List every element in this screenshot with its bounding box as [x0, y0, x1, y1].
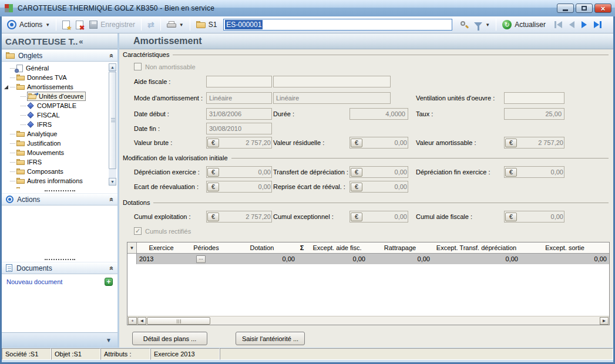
save-button[interactable]: Enregistrer: [86, 19, 138, 30]
nav-first-button[interactable]: [554, 21, 562, 28]
taux-field[interactable]: 25,00: [504, 108, 564, 120]
scrollbar-thumb[interactable]: [109, 72, 116, 169]
euro-button[interactable]: €: [351, 213, 362, 221]
valeur-brute-field[interactable]: €2 757,20: [206, 137, 272, 149]
nav-last-button[interactable]: [594, 21, 601, 28]
minimize-button[interactable]: [557, 4, 574, 13]
refresh-button[interactable]: ⇄: [144, 19, 157, 31]
delete-record-button[interactable]: ✖: [73, 19, 86, 31]
euro-button[interactable]: €: [207, 168, 219, 177]
aide-fiscale-field-2[interactable]: [273, 76, 391, 87]
tree-scrollbar[interactable]: ▲ ▼: [109, 63, 116, 186]
col-periodes[interactable]: Périodes: [186, 242, 227, 253]
panel-splitter[interactable]: [2, 188, 117, 193]
euro-button[interactable]: €: [351, 168, 362, 177]
depreciation-exercice-field[interactable]: €0,00: [206, 166, 272, 178]
sidebar-item-autres-informations[interactable]: Autres informations: [4, 176, 108, 186]
col-except-sortie[interactable]: Except. sortie: [520, 242, 609, 253]
transfert-depreciation-field[interactable]: €0,00: [349, 166, 408, 178]
sidebar-item-general[interactable]: Général: [4, 63, 108, 73]
sidebar-item-clipped[interactable]: [4, 186, 108, 188]
sidebar-item-unites-doeuvre[interactable]: ➜ Unités d'oeuvre: [4, 92, 108, 101]
onglets-panel-header[interactable]: Onglets »: [2, 49, 117, 62]
expanded-twisty-icon[interactable]: [4, 85, 8, 89]
ecart-reevaluation-field[interactable]: €0,00: [206, 181, 272, 193]
cumuls-rectifies-checkbox[interactable]: ✓: [134, 227, 142, 235]
new-document-link[interactable]: Nouveau document: [6, 278, 62, 285]
sidebar-item-donnees-tva[interactable]: Données TVA: [4, 73, 108, 82]
table-hscrollbar[interactable]: + ◄ ►: [127, 316, 609, 325]
euro-button[interactable]: €: [351, 183, 362, 191]
col-except-aide[interactable]: Except. aide fisc.: [307, 242, 368, 253]
euro-button[interactable]: €: [207, 183, 219, 191]
new-record-button[interactable]: ★: [59, 19, 73, 31]
sidebar-item-analytique[interactable]: Analytique: [4, 129, 108, 139]
ventilation-field[interactable]: [504, 92, 564, 104]
add-row-button[interactable]: +: [128, 317, 137, 325]
mode-amortissement-field-2[interactable]: Linéaire: [273, 92, 391, 104]
table-row[interactable]: 2013 ... 0,00 0,00 0,00 0,00 0,00: [127, 254, 609, 264]
col-exercice[interactable]: Exercice: [137, 242, 186, 253]
actions-menu-button[interactable]: Actions ▼: [4, 19, 53, 31]
nav-previous-button[interactable]: [569, 21, 574, 28]
euro-button[interactable]: €: [505, 139, 517, 147]
chevron-up-icon[interactable]: »: [107, 197, 116, 201]
add-document-button[interactable]: +: [105, 278, 113, 286]
table-dropdown-button[interactable]: ▼: [127, 242, 137, 253]
print-button[interactable]: ▼: [164, 20, 187, 29]
scroll-up-icon[interactable]: ▲: [109, 63, 116, 71]
close-button[interactable]: ×: [594, 4, 611, 13]
col-dotation[interactable]: Dotation: [227, 242, 297, 253]
depreciation-fin-field[interactable]: €0,00: [504, 166, 564, 178]
nav-next-button[interactable]: [582, 21, 587, 28]
actions-panel-header[interactable]: Actions »: [2, 193, 117, 205]
valeur-residuelle-field[interactable]: €0,00: [349, 137, 408, 149]
chevron-up-icon[interactable]: »: [107, 266, 116, 270]
date-debut-field[interactable]: 31/08/2006: [206, 108, 272, 120]
aide-fiscale-field-1[interactable]: [206, 76, 272, 87]
euro-button[interactable]: €: [505, 168, 517, 177]
panel-splitter[interactable]: [2, 257, 117, 262]
saisir-anteriorite-button[interactable]: Saisir l'antériorité ...: [236, 332, 305, 345]
euro-button[interactable]: €: [505, 213, 517, 221]
sidebar-item-composants[interactable]: Composants: [4, 167, 108, 176]
actualiser-button[interactable]: ↻ Actualiser: [499, 19, 549, 31]
site-folder-button[interactable]: S1: [193, 19, 220, 30]
cumul-exploitation-field[interactable]: €2 757,20: [206, 211, 272, 223]
scroll-left-icon[interactable]: ◄: [137, 317, 146, 325]
documents-panel-header[interactable]: Documents »: [2, 262, 117, 274]
maximize-button[interactable]: [576, 4, 593, 13]
reprise-ecart-field[interactable]: €0,00: [349, 181, 408, 193]
date-fin-field[interactable]: 30/08/2010: [206, 123, 272, 134]
scrollbar-thumb[interactable]: [147, 317, 210, 325]
mode-amortissement-field[interactable]: Linéaire: [206, 92, 272, 104]
record-id-input[interactable]: ES-000001: [223, 19, 452, 31]
col-rattrapage[interactable]: Rattrapage: [368, 242, 432, 253]
detail-plans-button[interactable]: Détail des plans ...: [132, 332, 207, 345]
sidebar-item-comptable[interactable]: COMPTABLE: [4, 101, 108, 110]
periodes-ellipsis-button[interactable]: ...: [196, 255, 206, 263]
sidebar-item-mouvements[interactable]: Mouvements: [4, 148, 108, 157]
euro-button[interactable]: €: [207, 139, 219, 147]
euro-button[interactable]: €: [351, 139, 362, 147]
non-amortissable-checkbox[interactable]: [134, 63, 142, 70]
sidebar-footer-bar[interactable]: ▼: [2, 332, 117, 348]
duree-field[interactable]: 4,0000: [349, 108, 408, 120]
chevron-up-icon[interactable]: »: [107, 53, 116, 58]
valeur-amortissable-field[interactable]: €2 757,20: [504, 137, 564, 149]
sidebar-item-ifrs[interactable]: IFRS: [4, 157, 108, 167]
sidebar-item-justification[interactable]: Justification: [4, 139, 108, 148]
sidebar-item-fiscal[interactable]: FISCAL: [4, 110, 108, 120]
filter-button[interactable]: ▼: [471, 21, 493, 29]
cumul-aide-fiscale-field[interactable]: €0,00: [504, 211, 564, 223]
search-button[interactable]: [457, 19, 471, 30]
cumul-exceptionnel-field[interactable]: €0,00: [349, 211, 408, 223]
sidebar-item-amortissements[interactable]: Amortissements: [4, 82, 108, 92]
euro-button[interactable]: €: [207, 213, 219, 221]
scroll-right-icon[interactable]: ►: [600, 317, 609, 325]
sidebar-item-ifrs-plan[interactable]: IFRS: [4, 120, 108, 129]
collapse-sidebar-icon[interactable]: «: [79, 37, 83, 46]
col-sigma[interactable]: Σ: [297, 242, 307, 253]
col-except-transf[interactable]: Except. Transf. dépréciation: [432, 242, 520, 253]
scroll-down-icon[interactable]: ▼: [109, 178, 116, 186]
